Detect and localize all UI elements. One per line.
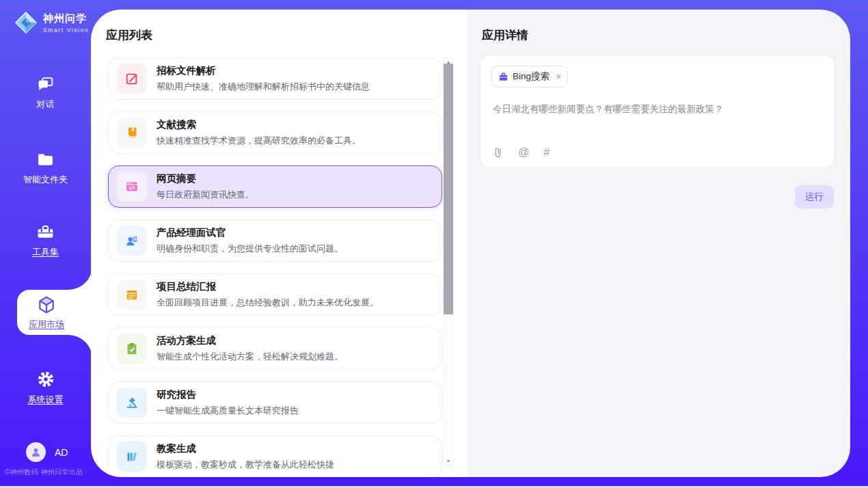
books-icon	[117, 442, 147, 472]
book-icon	[117, 118, 147, 148]
toolbox-icon	[36, 223, 55, 241]
brand-subtitle: Smart Vision	[43, 27, 89, 33]
scroll-down-icon[interactable]: ▼	[446, 459, 451, 464]
edit-document-icon	[117, 64, 147, 94]
card-title: 项目总结汇报	[157, 280, 379, 293]
calendar-report-icon	[117, 280, 147, 310]
app-card-literature-search[interactable]: 文献搜索 快速精准查找学术资源，提高研究效率的必备工具。	[108, 111, 442, 154]
chat-icon	[36, 75, 55, 94]
microscope-icon	[117, 388, 147, 418]
app-detail-title: 应用详情	[482, 27, 528, 43]
tool-tag-bing-search[interactable]: Bing搜索 ×	[491, 66, 568, 87]
card-desc: 全面回顾项目进展，总结经验教训，助力未来优化发展。	[157, 297, 379, 309]
diamond-logo-icon	[14, 10, 38, 35]
app-list-panel: 应用列表 招标文件解析 帮助用户快速、准确地理解和解析招标书中的关键信息 文献搜…	[91, 10, 467, 477]
sidebar-item-chat[interactable]: 对话	[0, 75, 91, 111]
app-list-title: 应用列表	[106, 27, 152, 43]
interviewer-icon	[117, 226, 147, 256]
cube-icon[interactable]	[37, 295, 56, 314]
attachment-toolbar: @ #	[492, 146, 550, 158]
app-card-research-report[interactable]: 研究报告 一键智能生成高质量长文本研究报告	[108, 381, 442, 424]
app-card-bid-parse[interactable]: 招标文件解析 帮助用户快速、准确地理解和解析招标书中的关键信息	[108, 57, 442, 100]
gear-icon	[36, 370, 55, 389]
card-desc: 快速精准查找学术资源，提高研究效率的必备工具。	[157, 135, 361, 147]
avatar	[26, 442, 46, 462]
card-desc: 帮助用户快速、准确地理解和解析招标书中的关键信息	[157, 81, 370, 93]
sidebar-item-toolset[interactable]: 工具集	[0, 223, 91, 258]
folder-icon	[36, 150, 55, 169]
sidebar-item-label: 智能文件夹	[23, 174, 68, 186]
sidebar-item-label: 系统设置	[28, 394, 64, 406]
prompt-input[interactable]: 今日湖北有哪些新闻要点？有哪些需要关注的最新政策？	[493, 103, 821, 116]
main-content-panel: 应用列表 招标文件解析 帮助用户快速、准确地理解和解析招标书中的关键信息 文献搜…	[91, 10, 850, 477]
browser-code-icon	[117, 172, 147, 202]
app-window: { "sidebar": { "logo": { "title": "神州问学"…	[0, 0, 868, 488]
scrollbar-thumb[interactable]	[444, 64, 453, 314]
paperclip-icon[interactable]	[492, 146, 504, 158]
sidebar-item-label: 对话	[37, 98, 55, 111]
card-desc: 明确身份和职责，为您提供专业性的面试问题。	[157, 243, 343, 255]
sidebar: 神州问学 Smart Vision 对话 智能文件夹 工具集 系统设置 AD ©…	[0, 0, 91, 488]
copyright-text: ©神州数码·神州问学出品	[5, 467, 94, 477]
sidebar-item-label: 工具集	[32, 246, 59, 258]
brand-logo: 神州问学 Smart Vision	[14, 10, 89, 35]
card-title: 教案生成	[157, 442, 334, 455]
card-title: 文献搜索	[157, 118, 361, 131]
app-card-project-summary[interactable]: 项目总结汇报 全面回顾项目进展，总结经验教训，助力未来优化发展。	[108, 273, 442, 316]
card-desc: 每日政府新闻资讯快查。	[157, 189, 254, 201]
app-card-web-summary[interactable]: 网页摘要 每日政府新闻资讯快查。	[108, 165, 442, 208]
run-button[interactable]: 运行	[795, 185, 834, 208]
hashtag-icon[interactable]: #	[543, 147, 550, 158]
user-account[interactable]: AD	[26, 442, 68, 462]
app-detail-panel: 应用详情 Bing搜索 × 今日湖北有哪些新闻要点？有哪些需要关注的最新政策？ …	[467, 10, 850, 477]
app-card-lesson-plan[interactable]: 教案生成 模板驱动，教案秒成，教学准备从此轻松快捷	[108, 435, 442, 477]
sidebar-item-app-market[interactable]: 应用市场	[0, 318, 93, 331]
app-card-event-plan[interactable]: 活动方案生成 智能生成个性化活动方案，轻松解决规划难题。	[108, 327, 442, 370]
briefcase-icon	[498, 72, 508, 82]
prompt-card: Bing搜索 × 今日湖北有哪些新闻要点？有哪些需要关注的最新政策？ @ #	[480, 55, 835, 168]
card-title: 研究报告	[157, 388, 299, 401]
sidebar-item-smart-folder[interactable]: 智能文件夹	[0, 150, 91, 186]
mention-icon[interactable]: @	[518, 147, 529, 158]
app-card-pm-interviewer[interactable]: 产品经理面试官 明确身份和职责，为您提供专业性的面试问题。	[108, 219, 442, 262]
tag-close-icon[interactable]: ×	[556, 72, 561, 81]
sidebar-item-settings[interactable]: 系统设置	[0, 370, 91, 406]
app-card-list: 招标文件解析 帮助用户快速、准确地理解和解析招标书中的关键信息 文献搜索 快速精…	[108, 57, 442, 477]
clipboard-check-icon	[117, 334, 147, 364]
brand-title: 神州问学	[43, 12, 89, 25]
user-name: AD	[55, 447, 68, 458]
card-title: 网页摘要	[157, 172, 254, 185]
card-title: 活动方案生成	[157, 334, 343, 347]
card-desc: 一键智能生成高质量长文本研究报告	[157, 405, 299, 417]
card-desc: 模板驱动，教案秒成，教学准备从此轻松快捷	[157, 459, 334, 471]
card-desc: 智能生成个性化活动方案，轻松解决规划难题。	[157, 351, 343, 363]
tool-tag-label: Bing搜索	[513, 70, 550, 83]
card-title: 招标文件解析	[157, 64, 370, 77]
card-title: 产品经理面试官	[157, 226, 343, 239]
